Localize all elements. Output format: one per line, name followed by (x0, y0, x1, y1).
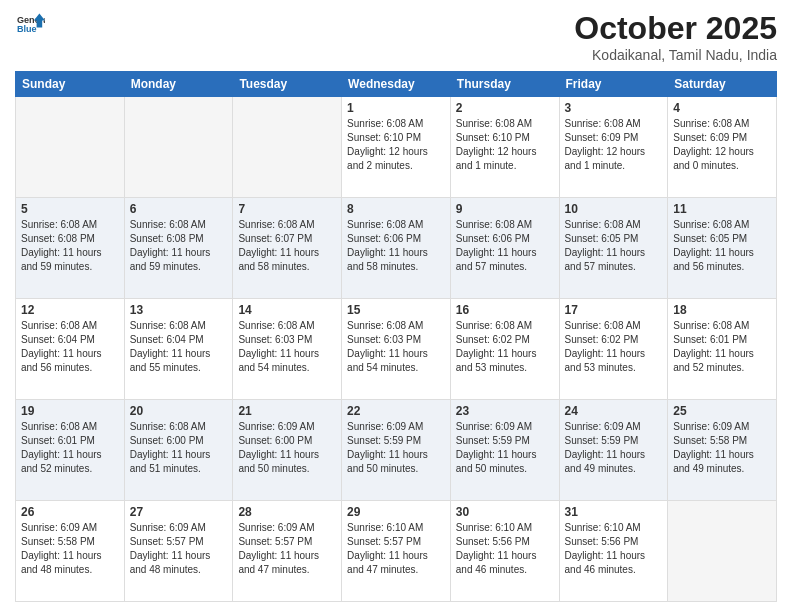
day-number: 2 (456, 101, 554, 115)
day-info: Sunrise: 6:08 AMSunset: 6:00 PMDaylight:… (130, 420, 228, 476)
calendar-cell: 31Sunrise: 6:10 AMSunset: 5:56 PMDayligh… (559, 501, 668, 602)
day-info: Sunrise: 6:08 AMSunset: 6:07 PMDaylight:… (238, 218, 336, 274)
day-number: 7 (238, 202, 336, 216)
logo: General Blue (15, 10, 45, 42)
day-number: 12 (21, 303, 119, 317)
location: Kodaikanal, Tamil Nadu, India (574, 47, 777, 63)
title-area: October 2025 Kodaikanal, Tamil Nadu, Ind… (574, 10, 777, 63)
day-header-tuesday: Tuesday (233, 72, 342, 97)
calendar-cell (124, 97, 233, 198)
calendar-cell: 4Sunrise: 6:08 AMSunset: 6:09 PMDaylight… (668, 97, 777, 198)
day-info: Sunrise: 6:08 AMSunset: 6:09 PMDaylight:… (673, 117, 771, 173)
day-info: Sunrise: 6:08 AMSunset: 6:10 PMDaylight:… (347, 117, 445, 173)
calendar-cell: 25Sunrise: 6:09 AMSunset: 5:58 PMDayligh… (668, 400, 777, 501)
day-info: Sunrise: 6:08 AMSunset: 6:02 PMDaylight:… (456, 319, 554, 375)
calendar-cell: 26Sunrise: 6:09 AMSunset: 5:58 PMDayligh… (16, 501, 125, 602)
day-number: 22 (347, 404, 445, 418)
day-number: 8 (347, 202, 445, 216)
day-number: 19 (21, 404, 119, 418)
day-number: 4 (673, 101, 771, 115)
calendar-cell (233, 97, 342, 198)
day-header-thursday: Thursday (450, 72, 559, 97)
day-number: 29 (347, 505, 445, 519)
day-info: Sunrise: 6:08 AMSunset: 6:06 PMDaylight:… (347, 218, 445, 274)
calendar-week-row: 12Sunrise: 6:08 AMSunset: 6:04 PMDayligh… (16, 299, 777, 400)
day-info: Sunrise: 6:10 AMSunset: 5:56 PMDaylight:… (456, 521, 554, 577)
day-number: 15 (347, 303, 445, 317)
calendar-cell: 22Sunrise: 6:09 AMSunset: 5:59 PMDayligh… (342, 400, 451, 501)
day-header-sunday: Sunday (16, 72, 125, 97)
day-info: Sunrise: 6:09 AMSunset: 5:59 PMDaylight:… (347, 420, 445, 476)
day-number: 13 (130, 303, 228, 317)
day-info: Sunrise: 6:08 AMSunset: 6:10 PMDaylight:… (456, 117, 554, 173)
calendar-week-row: 26Sunrise: 6:09 AMSunset: 5:58 PMDayligh… (16, 501, 777, 602)
day-info: Sunrise: 6:09 AMSunset: 5:58 PMDaylight:… (21, 521, 119, 577)
calendar-header-row: SundayMondayTuesdayWednesdayThursdayFrid… (16, 72, 777, 97)
day-number: 27 (130, 505, 228, 519)
calendar-cell: 13Sunrise: 6:08 AMSunset: 6:04 PMDayligh… (124, 299, 233, 400)
day-info: Sunrise: 6:09 AMSunset: 5:59 PMDaylight:… (565, 420, 663, 476)
day-info: Sunrise: 6:08 AMSunset: 6:01 PMDaylight:… (21, 420, 119, 476)
day-number: 31 (565, 505, 663, 519)
day-info: Sunrise: 6:10 AMSunset: 5:57 PMDaylight:… (347, 521, 445, 577)
day-number: 9 (456, 202, 554, 216)
calendar-cell: 5Sunrise: 6:08 AMSunset: 6:08 PMDaylight… (16, 198, 125, 299)
day-info: Sunrise: 6:10 AMSunset: 5:56 PMDaylight:… (565, 521, 663, 577)
calendar-cell: 6Sunrise: 6:08 AMSunset: 6:08 PMDaylight… (124, 198, 233, 299)
logo-icon: General Blue (17, 10, 45, 38)
calendar-cell: 8Sunrise: 6:08 AMSunset: 6:06 PMDaylight… (342, 198, 451, 299)
svg-text:Blue: Blue (17, 24, 37, 34)
day-number: 25 (673, 404, 771, 418)
month-title: October 2025 (574, 10, 777, 47)
day-info: Sunrise: 6:09 AMSunset: 5:59 PMDaylight:… (456, 420, 554, 476)
calendar-cell: 15Sunrise: 6:08 AMSunset: 6:03 PMDayligh… (342, 299, 451, 400)
day-info: Sunrise: 6:08 AMSunset: 6:08 PMDaylight:… (130, 218, 228, 274)
calendar-cell: 10Sunrise: 6:08 AMSunset: 6:05 PMDayligh… (559, 198, 668, 299)
day-number: 18 (673, 303, 771, 317)
day-header-wednesday: Wednesday (342, 72, 451, 97)
day-info: Sunrise: 6:08 AMSunset: 6:05 PMDaylight:… (673, 218, 771, 274)
day-number: 1 (347, 101, 445, 115)
day-number: 11 (673, 202, 771, 216)
day-number: 16 (456, 303, 554, 317)
calendar-cell: 18Sunrise: 6:08 AMSunset: 6:01 PMDayligh… (668, 299, 777, 400)
calendar-cell: 29Sunrise: 6:10 AMSunset: 5:57 PMDayligh… (342, 501, 451, 602)
calendar-cell: 9Sunrise: 6:08 AMSunset: 6:06 PMDaylight… (450, 198, 559, 299)
day-number: 10 (565, 202, 663, 216)
day-number: 3 (565, 101, 663, 115)
day-info: Sunrise: 6:09 AMSunset: 6:00 PMDaylight:… (238, 420, 336, 476)
calendar-week-row: 19Sunrise: 6:08 AMSunset: 6:01 PMDayligh… (16, 400, 777, 501)
day-info: Sunrise: 6:08 AMSunset: 6:08 PMDaylight:… (21, 218, 119, 274)
day-info: Sunrise: 6:08 AMSunset: 6:09 PMDaylight:… (565, 117, 663, 173)
day-info: Sunrise: 6:08 AMSunset: 6:05 PMDaylight:… (565, 218, 663, 274)
calendar-cell: 14Sunrise: 6:08 AMSunset: 6:03 PMDayligh… (233, 299, 342, 400)
day-info: Sunrise: 6:08 AMSunset: 6:02 PMDaylight:… (565, 319, 663, 375)
day-number: 17 (565, 303, 663, 317)
day-number: 24 (565, 404, 663, 418)
day-number: 30 (456, 505, 554, 519)
day-number: 5 (21, 202, 119, 216)
page-header: General Blue October 2025 Kodaikanal, Ta… (15, 10, 777, 63)
calendar-cell: 28Sunrise: 6:09 AMSunset: 5:57 PMDayligh… (233, 501, 342, 602)
calendar-cell: 12Sunrise: 6:08 AMSunset: 6:04 PMDayligh… (16, 299, 125, 400)
calendar-cell (668, 501, 777, 602)
calendar-week-row: 5Sunrise: 6:08 AMSunset: 6:08 PMDaylight… (16, 198, 777, 299)
calendar-cell: 17Sunrise: 6:08 AMSunset: 6:02 PMDayligh… (559, 299, 668, 400)
day-header-monday: Monday (124, 72, 233, 97)
day-info: Sunrise: 6:08 AMSunset: 6:01 PMDaylight:… (673, 319, 771, 375)
calendar-cell: 27Sunrise: 6:09 AMSunset: 5:57 PMDayligh… (124, 501, 233, 602)
calendar-cell: 30Sunrise: 6:10 AMSunset: 5:56 PMDayligh… (450, 501, 559, 602)
day-number: 26 (21, 505, 119, 519)
day-info: Sunrise: 6:08 AMSunset: 6:03 PMDaylight:… (347, 319, 445, 375)
calendar-cell: 21Sunrise: 6:09 AMSunset: 6:00 PMDayligh… (233, 400, 342, 501)
day-info: Sunrise: 6:08 AMSunset: 6:06 PMDaylight:… (456, 218, 554, 274)
day-info: Sunrise: 6:08 AMSunset: 6:03 PMDaylight:… (238, 319, 336, 375)
day-info: Sunrise: 6:09 AMSunset: 5:57 PMDaylight:… (238, 521, 336, 577)
calendar-cell: 1Sunrise: 6:08 AMSunset: 6:10 PMDaylight… (342, 97, 451, 198)
calendar-cell: 16Sunrise: 6:08 AMSunset: 6:02 PMDayligh… (450, 299, 559, 400)
day-number: 14 (238, 303, 336, 317)
calendar-cell: 3Sunrise: 6:08 AMSunset: 6:09 PMDaylight… (559, 97, 668, 198)
day-header-friday: Friday (559, 72, 668, 97)
day-number: 21 (238, 404, 336, 418)
calendar-cell: 7Sunrise: 6:08 AMSunset: 6:07 PMDaylight… (233, 198, 342, 299)
